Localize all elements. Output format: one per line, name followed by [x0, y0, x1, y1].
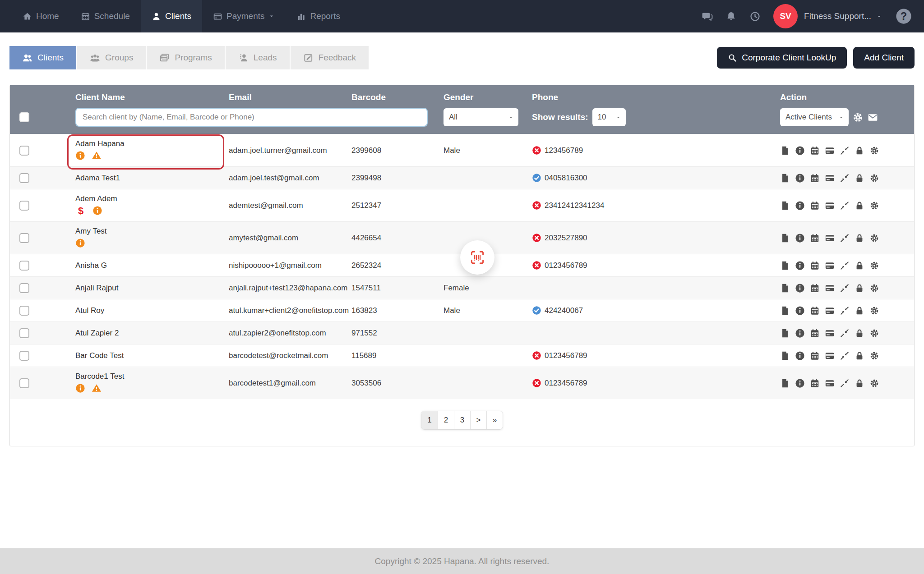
lock-icon[interactable]: [855, 351, 864, 361]
page-button-2[interactable]: 2: [438, 411, 454, 429]
info-icon[interactable]: [795, 233, 805, 243]
info-icon[interactable]: [795, 306, 805, 316]
payment-card-icon[interactable]: [825, 233, 835, 243]
info-icon[interactable]: [795, 201, 805, 211]
warning-icon[interactable]: [92, 383, 102, 393]
payment-card-icon[interactable]: [825, 328, 835, 338]
user-name[interactable]: Fitness Support...: [804, 11, 871, 21]
file-icon[interactable]: [780, 146, 790, 156]
tab-groups[interactable]: Groups: [76, 46, 146, 69]
page-button-last[interactable]: »: [486, 411, 503, 429]
compress-arrows-icon[interactable]: [840, 261, 850, 271]
info-icon[interactable]: [795, 328, 805, 338]
corporate-client-lookup-button[interactable]: Corporate Client LookUp: [717, 47, 847, 69]
clock-icon[interactable]: [749, 11, 761, 22]
calendar-icon[interactable]: [810, 328, 820, 338]
payment-card-icon[interactable]: [825, 351, 835, 361]
payment-card-icon[interactable]: [825, 306, 835, 316]
gender-filter-select[interactable]: All: [444, 108, 518, 126]
lock-icon[interactable]: [855, 306, 864, 316]
row-checkbox[interactable]: [19, 328, 29, 338]
settings-icon[interactable]: [869, 378, 879, 388]
settings-icon[interactable]: [869, 283, 879, 293]
nav-item-clients[interactable]: Clients: [141, 0, 202, 32]
help-icon[interactable]: [895, 8, 912, 25]
envelope-icon[interactable]: [867, 112, 878, 123]
settings-icon[interactable]: [869, 233, 879, 243]
file-icon[interactable]: [780, 261, 790, 271]
info-icon[interactable]: [795, 173, 805, 183]
tab-clients[interactable]: Clients: [9, 46, 76, 69]
payment-card-icon[interactable]: [825, 146, 835, 156]
row-checkbox[interactable]: [19, 261, 29, 271]
nav-item-home[interactable]: Home: [12, 0, 70, 32]
info-icon[interactable]: [92, 206, 102, 216]
add-client-button[interactable]: Add Client: [853, 47, 915, 69]
lock-icon[interactable]: [855, 146, 864, 156]
calendar-icon[interactable]: [810, 201, 820, 211]
payment-card-icon[interactable]: [825, 201, 835, 211]
lock-icon[interactable]: [855, 283, 864, 293]
settings-icon[interactable]: [869, 351, 879, 361]
payment-card-icon[interactable]: [825, 378, 835, 388]
payment-card-icon[interactable]: [825, 283, 835, 293]
page-button-3[interactable]: 3: [454, 411, 470, 429]
info-icon[interactable]: [75, 238, 85, 248]
compress-arrows-icon[interactable]: [840, 351, 850, 361]
file-icon[interactable]: [780, 328, 790, 338]
settings-icon[interactable]: [869, 173, 879, 183]
calendar-icon[interactable]: [810, 173, 820, 183]
chat-icon[interactable]: [702, 11, 713, 22]
compress-arrows-icon[interactable]: [840, 283, 850, 293]
file-icon[interactable]: [780, 283, 790, 293]
tab-feedback[interactable]: Feedback: [290, 46, 369, 69]
file-icon[interactable]: [780, 173, 790, 183]
info-icon[interactable]: [75, 151, 85, 161]
row-checkbox[interactable]: [19, 233, 29, 243]
settings-icon[interactable]: [869, 261, 879, 271]
calendar-icon[interactable]: [810, 233, 820, 243]
calendar-icon[interactable]: [810, 146, 820, 156]
calendar-icon[interactable]: [810, 351, 820, 361]
compress-arrows-icon[interactable]: [840, 173, 850, 183]
compress-arrows-icon[interactable]: [840, 146, 850, 156]
compress-arrows-icon[interactable]: [840, 201, 850, 211]
info-icon[interactable]: [795, 378, 805, 388]
lock-icon[interactable]: [855, 173, 864, 183]
info-icon[interactable]: [795, 351, 805, 361]
search-input[interactable]: [75, 108, 428, 127]
settings-icon[interactable]: [869, 328, 879, 338]
settings-icon[interactable]: [869, 146, 879, 156]
lock-icon[interactable]: [855, 328, 864, 338]
file-icon[interactable]: [780, 378, 790, 388]
compress-arrows-icon[interactable]: [840, 233, 850, 243]
file-icon[interactable]: [780, 201, 790, 211]
settings-icon[interactable]: [869, 306, 879, 316]
calendar-icon[interactable]: [810, 283, 820, 293]
row-checkbox[interactable]: [19, 146, 29, 156]
nav-item-payments[interactable]: Payments: [202, 0, 286, 32]
nav-item-schedule[interactable]: Schedule: [70, 0, 141, 32]
status-filter-select[interactable]: Active Clients: [780, 108, 849, 126]
warning-icon[interactable]: [92, 151, 102, 161]
lock-icon[interactable]: [855, 201, 864, 211]
row-checkbox[interactable]: [19, 173, 29, 183]
row-checkbox[interactable]: [19, 201, 29, 211]
payment-card-icon[interactable]: [825, 261, 835, 271]
file-icon[interactable]: [780, 233, 790, 243]
page-button-1[interactable]: 1: [421, 411, 438, 429]
file-icon[interactable]: [780, 351, 790, 361]
results-count-select[interactable]: 10: [592, 108, 626, 126]
calendar-icon[interactable]: [810, 306, 820, 316]
lock-icon[interactable]: [855, 378, 864, 388]
calendar-icon[interactable]: [810, 261, 820, 271]
chevron-down-icon[interactable]: [876, 13, 882, 20]
page-button-next[interactable]: >: [470, 411, 486, 429]
file-icon[interactable]: [780, 306, 790, 316]
row-checkbox[interactable]: [19, 306, 29, 316]
info-icon[interactable]: [795, 146, 805, 156]
row-checkbox[interactable]: [19, 283, 29, 293]
settings-icon[interactable]: [852, 112, 864, 123]
bell-icon[interactable]: [725, 11, 737, 22]
row-checkbox[interactable]: [19, 378, 29, 388]
